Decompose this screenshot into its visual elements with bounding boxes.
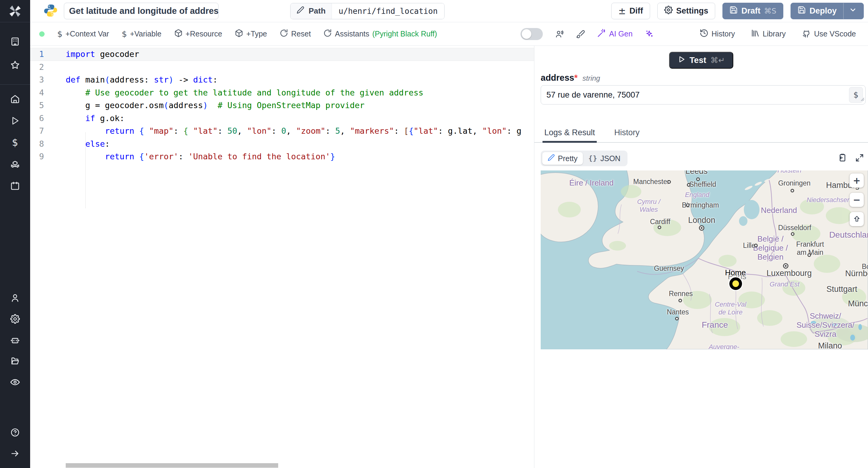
draft-button[interactable]: Draft ⌘S [722, 3, 783, 19]
windmill-logo-icon[interactable] [0, 0, 30, 22]
refresh-icon [280, 29, 288, 39]
map-label: England [685, 191, 710, 199]
map-label: Düsseldorf [778, 224, 811, 232]
format-brush-icon[interactable] [576, 30, 585, 38]
sparkles-icon[interactable] [645, 30, 654, 38]
map-label: Cardiff [650, 218, 670, 226]
ai-gen-button[interactable]: AI Gen [597, 29, 632, 39]
view-mode-switch: Pretty {} JSON [541, 151, 627, 166]
map-fit-bounds-button[interactable] [849, 212, 864, 226]
line-number: 2 [30, 61, 66, 74]
script-title-input[interactable]: Get latitude and longitude of address [64, 3, 218, 19]
map-label: Guernsey [654, 264, 684, 272]
sidebar: $ [0, 0, 30, 468]
code-line[interactable]: 5 g = geocoder.osm(address) # Using Open… [30, 99, 534, 112]
map-zoom-out-button[interactable]: − [849, 193, 864, 207]
map-label: Holstein [778, 170, 801, 174]
code-line[interactable]: 9 return {'error': 'Unable to find the l… [30, 150, 534, 163]
sidebar-item-workers[interactable] [10, 333, 20, 347]
history-button[interactable]: History [700, 29, 735, 39]
required-asterisk: * [574, 73, 578, 82]
sidebar-item-variables[interactable]: $ [10, 136, 20, 149]
deploy-button[interactable]: Deploy [790, 3, 864, 19]
map-zoom-in-button[interactable]: + [849, 173, 864, 188]
package-icon [174, 29, 183, 39]
code-line[interactable]: 7 return { "map": { "lat": 50, "lon": 0,… [30, 125, 534, 138]
tab-history[interactable]: History [614, 128, 640, 142]
code-line[interactable]: 4 # Use geocoder to get the latitude and… [30, 87, 534, 99]
line-number: 8 [30, 138, 66, 151]
line-number: 4 [30, 87, 66, 99]
add-resource-button[interactable]: +Resource [174, 29, 222, 39]
copy-result-icon[interactable] [837, 153, 847, 164]
map-label: Nederland [761, 206, 797, 215]
map-label: France [702, 320, 728, 330]
arg-name-label: address* [541, 73, 578, 83]
view-json-button[interactable]: {} JSON [583, 153, 626, 165]
map-label: Niedersachsen [807, 196, 851, 204]
map-label: Rennes [669, 290, 692, 298]
city-dot [807, 253, 811, 257]
code-line[interactable]: 1import geocoder [30, 48, 534, 61]
code-line[interactable]: 6 if g.ok: [30, 112, 534, 125]
assistants-button[interactable]: Assistants (Pyright Black Ruff) [323, 29, 437, 39]
sidebar-item-users[interactable] [10, 291, 20, 304]
sidebar-item-schedules[interactable] [10, 179, 20, 193]
library-icon [751, 29, 760, 39]
sidebar-item-home[interactable] [10, 93, 20, 106]
diff-button[interactable]: ± Diff [611, 3, 650, 19]
horizontal-scrollbar[interactable] [66, 463, 278, 468]
help-icon[interactable] [10, 426, 20, 439]
add-context-var-button[interactable]: $ +Context Var [57, 29, 109, 38]
code-line[interactable]: 3def main(address: str) -> dict: [30, 73, 534, 87]
expand-sidebar-icon[interactable] [10, 447, 20, 460]
sidebar-item-favorites[interactable] [10, 59, 20, 72]
add-variable-button[interactable]: $ +Variable [122, 29, 161, 38]
sidebar-item-resources[interactable] [10, 158, 20, 171]
play-icon [678, 56, 685, 65]
map-label: Lille [743, 241, 755, 249]
divider [843, 3, 844, 19]
sidebar-item-runs[interactable] [10, 114, 20, 127]
expand-result-icon[interactable] [855, 153, 864, 164]
refresh-icon [323, 29, 332, 39]
map-label: Cymru /Wales [637, 198, 660, 213]
map-label: London [688, 216, 715, 225]
history-icon [700, 29, 709, 39]
code-line[interactable]: 8 else: [30, 138, 534, 151]
chevron-down-icon[interactable] [849, 6, 857, 16]
braces-icon: {} [588, 155, 597, 162]
city-dot [754, 244, 758, 247]
sidebar-item-folders[interactable] [10, 355, 20, 368]
map-label: Home [725, 268, 746, 277]
city-dot [687, 183, 690, 187]
indent-guide [85, 132, 86, 208]
resize-handle-icon[interactable] [860, 94, 864, 103]
add-type-button[interactable]: +Type [235, 29, 267, 39]
view-pretty-button[interactable]: Pretty [542, 152, 583, 165]
use-vscode-button[interactable]: Use VScode [801, 28, 856, 40]
map-label: Auvergne- [709, 343, 739, 349]
sidebar-item-settings[interactable] [10, 312, 20, 326]
status-dot [39, 31, 44, 37]
city-dot [658, 226, 661, 229]
code-line[interactable]: 2 [30, 61, 534, 74]
sidebar-item-audit-logs[interactable] [10, 375, 20, 389]
city-dot [675, 317, 679, 321]
code-area[interactable]: 1import geocoder23def main(address: str)… [30, 46, 534, 468]
python-logo-icon [43, 3, 58, 19]
result-map[interactable]: + − Éire / IrelandManchesterLeedsSheffie… [541, 170, 868, 349]
test-button[interactable]: Test ⌘↵ [669, 52, 733, 69]
multiplayer-icon[interactable] [555, 30, 564, 38]
multiplayer-toggle[interactable] [521, 28, 543, 40]
sidebar-item-workspace[interactable] [10, 35, 20, 48]
settings-button[interactable]: Settings [657, 3, 715, 19]
tab-logs-result[interactable]: Logs & Result [544, 128, 595, 142]
path-widget[interactable]: Path u/henri/find_location [290, 3, 444, 19]
reset-button[interactable]: Reset [280, 29, 311, 39]
city-dot [790, 189, 794, 193]
library-button[interactable]: Library [751, 29, 786, 39]
address-input[interactable]: 57 rue de varenne, 75007 $ [541, 85, 866, 104]
topbar: Get latitude and longitude of address Pa… [30, 0, 868, 22]
home-marker[interactable] [730, 277, 742, 290]
